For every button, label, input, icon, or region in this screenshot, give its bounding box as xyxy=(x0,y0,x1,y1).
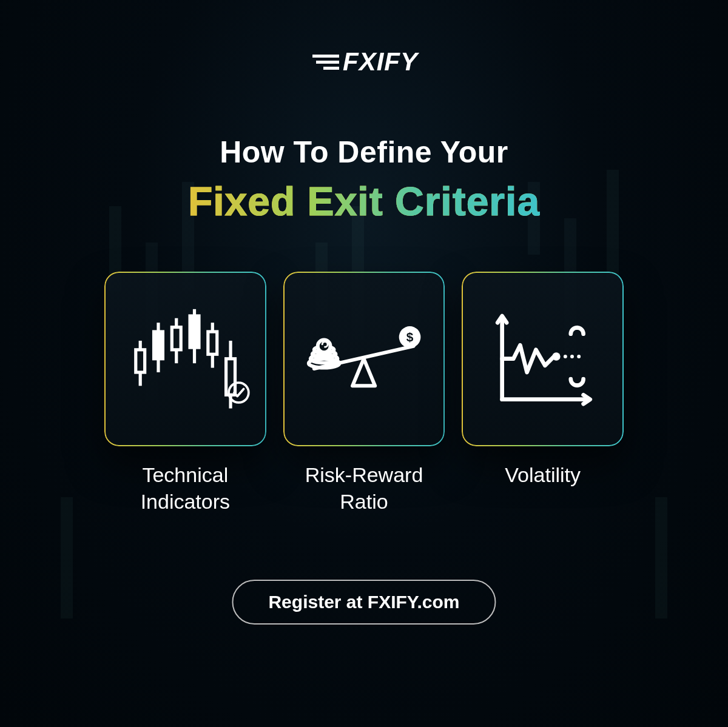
logo-text: FXIFY xyxy=(343,47,418,76)
card-risk-reward: $ xyxy=(283,272,445,446)
headline-line-2: Fixed Exit Criteria xyxy=(0,178,728,224)
card-label-technical: Technical Indicators xyxy=(104,462,266,515)
logo-bars-icon xyxy=(310,52,339,72)
svg-rect-21 xyxy=(226,359,235,395)
svg-point-35 xyxy=(570,355,574,358)
brand-logo: FXIFY xyxy=(310,47,418,76)
svg-rect-11 xyxy=(135,350,144,372)
svg-rect-15 xyxy=(172,327,181,350)
card-labels-row: Technical Indicators Risk-Reward Ratio V… xyxy=(104,462,624,515)
card-technical-indicators xyxy=(104,272,266,446)
card-volatility xyxy=(462,272,624,446)
register-button[interactable]: Register at FXIFY.com xyxy=(232,580,496,625)
page-headline: How To Define Your Fixed Exit Criteria xyxy=(0,135,728,224)
svg-rect-13 xyxy=(153,332,163,359)
candlestick-icon xyxy=(118,286,253,432)
volatility-chart-icon xyxy=(475,286,610,432)
headline-line-1: How To Define Your xyxy=(0,135,728,170)
scale-icon: $ xyxy=(296,286,431,432)
svg-rect-17 xyxy=(190,316,199,347)
svg-point-33 xyxy=(552,353,560,361)
svg-rect-8 xyxy=(61,497,73,618)
card-label-risk: Risk-Reward Ratio xyxy=(283,462,445,515)
svg-text:$: $ xyxy=(406,330,414,344)
svg-point-36 xyxy=(577,355,581,358)
cards-row: $ xyxy=(104,272,624,446)
card-label-volatility: Volatility xyxy=(462,462,624,515)
svg-rect-9 xyxy=(655,497,667,618)
svg-point-34 xyxy=(564,355,567,358)
svg-rect-19 xyxy=(208,332,217,354)
